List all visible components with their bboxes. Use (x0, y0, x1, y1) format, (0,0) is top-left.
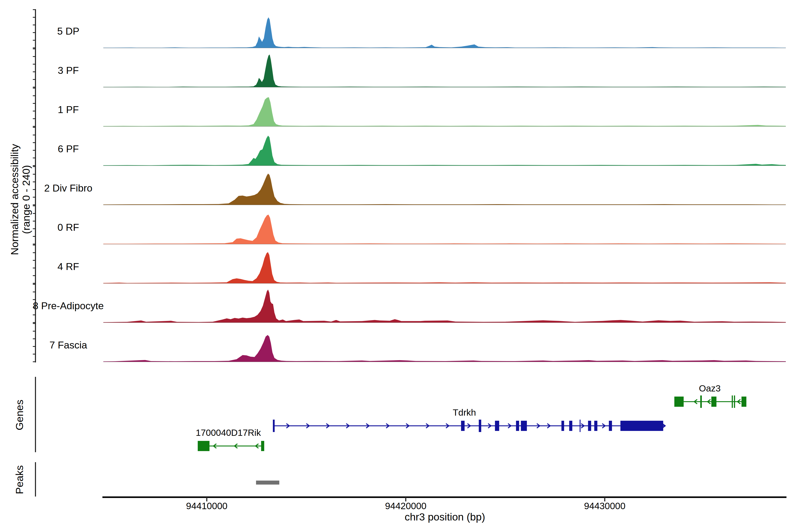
coverage-track-3-pf: 3 PF (33, 49, 786, 87)
figure-canvas: 5 DP3 PF1 PF6 PF2 Div Fibro0 RF4 RF8 Pre… (0, 0, 798, 532)
gene-exon (562, 421, 564, 431)
gene-exon (734, 396, 735, 408)
gene-exon (621, 421, 663, 431)
coverage-track-5-dp: 5 DP (33, 10, 786, 48)
coverage-signal (103, 214, 786, 244)
track-label: 2 Div Fibro (44, 183, 92, 194)
gene-exon (741, 397, 746, 407)
generated-plot-layer: 5 DP3 PF1 PF6 PF2 Div Fibro0 RF4 RF8 Pre… (33, 9, 786, 511)
y-axis-title-line1: Normalized accessibility (8, 144, 20, 255)
gene-exon (261, 441, 264, 451)
y-axis-title-line2: (range 0 - 240) (20, 165, 32, 234)
gene-exon (569, 421, 572, 431)
gene-exon (609, 421, 612, 431)
coverage-signal (103, 55, 786, 87)
track-label: 5 DP (57, 25, 79, 37)
gene-name-label: Oaz3 (699, 383, 721, 394)
gene-exon (516, 421, 519, 431)
gene-exon (479, 420, 481, 432)
x-axis-tick-label: 94420000 (385, 501, 426, 511)
coverage-signal (103, 136, 786, 166)
gene-model-tdrkh: Tdrkh (273, 407, 665, 432)
coverage-track-4-rf: 4 RF (33, 245, 786, 284)
gene-exon (521, 421, 527, 431)
track-label: 8 Pre-Adipocyte (33, 300, 104, 311)
x-axis-tick-label: 94410000 (186, 501, 227, 511)
gene-model-1700040d17rik: 1700040D17Rik (196, 428, 264, 451)
coverage-signal (103, 97, 786, 127)
coverage-signal (103, 335, 786, 362)
gene-exon (198, 441, 209, 451)
genome-coverage-figure: 5 DP3 PF1 PF6 PF2 Div Fibro0 RF4 RF8 Pre… (0, 0, 798, 532)
gene-name-label: Tdrkh (453, 407, 476, 418)
gene-name-label: 1700040D17Rik (196, 428, 261, 438)
coverage-track-1-pf: 1 PF (33, 88, 786, 127)
gene-model-oaz3: Oaz3 (674, 383, 746, 408)
coverage-signal (103, 289, 786, 323)
coverage-track-6-pf: 6 PF (33, 128, 786, 166)
gene-exon (711, 397, 717, 407)
x-axis-tick-label: 94430000 (584, 501, 626, 511)
coverage-signal (103, 252, 786, 283)
peaks-section-label: Peaks (14, 465, 25, 494)
coverage-track-2-div-fibro: 2 Div Fibro (33, 167, 786, 205)
coverage-track-8-pre-adipocyte: 8 Pre-Adipocyte (33, 284, 786, 323)
gene-exon (580, 420, 581, 432)
gene-exon (588, 421, 591, 431)
track-label: 3 PF (58, 65, 79, 76)
gene-exon (674, 397, 684, 407)
gene-exon (495, 421, 499, 431)
gene-exon (273, 420, 274, 432)
coverage-signal (103, 174, 786, 205)
x-axis-title: chr3 position (bp) (404, 511, 485, 523)
peak-region-bar (256, 480, 279, 484)
track-label: 4 RF (57, 261, 79, 272)
gene-exon (461, 421, 464, 431)
track-label: 1 PF (58, 104, 79, 115)
coverage-track-0-rf: 0 RF (33, 206, 786, 244)
coverage-track-7-fascia: 7 Fascia (33, 324, 786, 362)
track-label: 7 Fascia (50, 339, 87, 351)
gene-exon (700, 396, 702, 408)
genes-section-label: Genes (14, 400, 25, 430)
track-label: 6 PF (58, 143, 79, 154)
coverage-signal (103, 17, 786, 48)
gene-exon (594, 421, 597, 431)
track-label: 0 RF (57, 222, 79, 233)
gene-exon (732, 396, 733, 408)
